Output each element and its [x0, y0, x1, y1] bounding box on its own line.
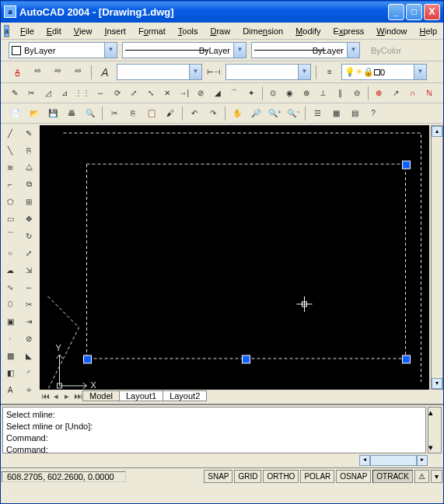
designcenter-button[interactable]: ▦: [327, 105, 344, 122]
menu-insert[interactable]: Insert: [98, 25, 132, 37]
scale-button[interactable]: ⤢: [126, 85, 142, 102]
find-text-button[interactable]: A̲: [9, 64, 26, 81]
osnap-none-button[interactable]: ℕ: [421, 85, 437, 102]
scroll-down-icon[interactable]: ▾: [432, 378, 442, 389]
dropdown-arrow-icon[interactable]: ▼: [104, 43, 117, 58]
document-icon[interactable]: a: [4, 25, 9, 37]
erase2-button[interactable]: ✎: [21, 125, 37, 141]
circle-button[interactable]: ○: [2, 245, 18, 261]
break-button[interactable]: ⊘: [193, 85, 208, 102]
redo-button[interactable]: ↷: [205, 105, 222, 122]
snap-midpoint-button[interactable]: ◉: [282, 85, 298, 102]
rotate-button[interactable]: ⟳: [110, 85, 125, 102]
pan-button[interactable]: ✋: [229, 105, 246, 122]
line-button[interactable]: ╱: [2, 125, 18, 141]
offset2-button[interactable]: ⧉: [21, 177, 37, 192]
undo-button[interactable]: ↶: [186, 105, 203, 122]
command-text[interactable]: Select mline: Select mline or [Undo]: Co…: [2, 407, 426, 453]
menu-window[interactable]: Window: [370, 25, 413, 37]
rectangle-button[interactable]: ▭: [2, 211, 18, 226]
tab-first-button[interactable]: ⏮: [40, 391, 51, 401]
osnap-toggle[interactable]: OSNAP: [336, 470, 371, 483]
zoom-previous-button[interactable]: 🔍⁻: [285, 105, 302, 122]
menu-help[interactable]: Help: [413, 25, 443, 37]
status-tray-icon[interactable]: ⚠: [414, 470, 429, 483]
dropdown-arrow-icon[interactable]: ▼: [414, 65, 426, 79]
spell-check-button[interactable]: ᴬᴮ: [69, 64, 86, 81]
ellipse-button[interactable]: ⬯: [2, 296, 18, 312]
explode-button[interactable]: ✦: [243, 85, 259, 102]
mtext-button[interactable]: A: [2, 382, 18, 397]
break2-button[interactable]: ⊘: [21, 331, 37, 346]
region-button[interactable]: ◧: [2, 365, 18, 380]
text-style-combo[interactable]: ▼: [117, 64, 202, 80]
scale2-button[interactable]: ⤢: [21, 245, 37, 261]
arc-button[interactable]: ⌒: [2, 228, 18, 243]
help-button[interactable]: ?: [365, 105, 382, 122]
revcloud-button[interactable]: ☁: [2, 262, 18, 278]
snap-from-button[interactable]: ∩: [405, 85, 421, 102]
fillet2-button[interactable]: ◜: [21, 365, 37, 380]
text-style-button[interactable]: ᴬᴮ: [29, 64, 46, 81]
dropdown-arrow-icon[interactable]: ▼: [189, 65, 201, 79]
extend2-button[interactable]: ⇥: [21, 313, 37, 329]
layer-manager-button[interactable]: ≡: [321, 64, 338, 81]
mline-button[interactable]: ≋: [2, 159, 18, 175]
plot-button[interactable]: 🖶: [63, 105, 80, 122]
dimension-style-button[interactable]: ⊢⊣: [205, 64, 222, 81]
polar-toggle[interactable]: POLAR: [300, 470, 334, 483]
zoom-window-button[interactable]: 🔍⁺: [266, 105, 283, 122]
canvas-vscrollbar[interactable]: ▴ ▾: [431, 125, 443, 390]
tab-layout2[interactable]: Layout2: [163, 390, 207, 401]
tab-model[interactable]: Model: [82, 390, 120, 401]
copy-button[interactable]: ✂: [24, 85, 40, 102]
trim2-button[interactable]: ✂: [21, 296, 37, 312]
cut-button[interactable]: ✂: [106, 105, 123, 122]
copy2-button[interactable]: ⎘: [21, 142, 37, 158]
properties-button[interactable]: ☰: [309, 105, 326, 122]
grid-toggle[interactable]: GRID: [234, 470, 261, 483]
mirror2-button[interactable]: ⧋: [21, 159, 37, 175]
move2-button[interactable]: ✥: [21, 211, 37, 226]
snap-tangent-button[interactable]: ⊖: [349, 85, 365, 102]
move-button[interactable]: ↔: [93, 85, 108, 102]
snap-parallel-button[interactable]: ∥: [333, 85, 348, 102]
preview-button[interactable]: 🔍: [82, 105, 99, 122]
toolpalettes-button[interactable]: ▤: [346, 105, 363, 122]
array-button[interactable]: ⋮⋮: [74, 85, 91, 102]
extend-button[interactable]: →|: [177, 85, 192, 102]
new-button[interactable]: 📄: [7, 105, 24, 122]
menu-file[interactable]: File: [14, 25, 40, 37]
ortho-toggle[interactable]: ORTHO: [263, 470, 299, 483]
snap-toggle[interactable]: SNAP: [204, 470, 232, 483]
tab-prev-button[interactable]: ◂: [51, 391, 61, 401]
dropdown-arrow-icon[interactable]: ▼: [233, 43, 246, 58]
menu-draw[interactable]: Draw: [204, 25, 236, 37]
trim-button[interactable]: ✕: [159, 85, 175, 102]
explode2-button[interactable]: ✧: [21, 382, 37, 397]
dim-style-combo[interactable]: ▼: [225, 64, 311, 80]
snap-endpoint-button[interactable]: ⊙: [266, 85, 281, 102]
menu-tools[interactable]: Tools: [172, 25, 205, 37]
stretch-button[interactable]: ⤡: [143, 85, 159, 102]
rotate2-button[interactable]: ↻: [21, 228, 37, 243]
array2-button[interactable]: ⊞: [21, 194, 37, 209]
temp-track-button[interactable]: ↗: [388, 85, 404, 102]
osnap-settings-button[interactable]: ⊕: [372, 85, 387, 102]
layer-combo[interactable]: 💡 ☀ 🔒 0 ▼: [341, 64, 427, 80]
menu-format[interactable]: Format: [132, 25, 172, 37]
spline-button[interactable]: ∿: [2, 279, 18, 295]
snap-perp-button[interactable]: ⊥: [316, 85, 331, 102]
chamfer2-button[interactable]: ◣: [21, 348, 37, 363]
cmd-scroll-left-icon[interactable]: ◂: [359, 455, 370, 466]
fillet-button[interactable]: ⌒: [227, 85, 243, 102]
tab-last-button[interactable]: ⏭: [72, 391, 83, 401]
stretch2-button[interactable]: ⇲: [21, 262, 37, 278]
otrack-toggle[interactable]: OTRACK: [372, 470, 413, 483]
paste-button[interactable]: 📋: [143, 105, 160, 122]
minimize-button[interactable]: _: [388, 4, 404, 20]
menu-dimension[interactable]: Dimension: [236, 25, 289, 37]
erase-button[interactable]: ✎: [7, 85, 23, 102]
menu-edit[interactable]: Edit: [40, 25, 68, 37]
menu-modify[interactable]: Modify: [289, 25, 327, 37]
